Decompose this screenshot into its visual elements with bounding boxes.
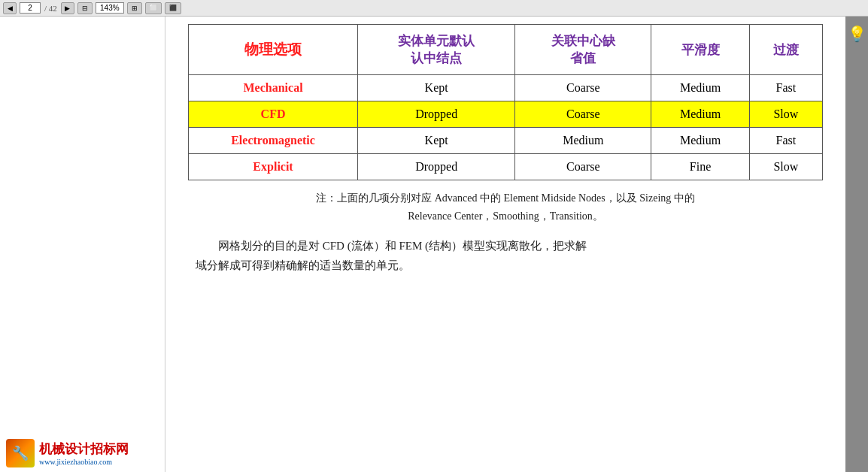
cell-mechanical-label: Mechanical bbox=[189, 75, 358, 101]
table-row-explicit: Explicit Dropped Coarse Fine Slow bbox=[189, 154, 823, 180]
header-solid-nodes: 实体单元默认认中结点 bbox=[358, 25, 515, 75]
header-transition: 过渡 bbox=[749, 25, 822, 75]
page-number-input[interactable] bbox=[20, 2, 41, 14]
cell-explicit-transition: Slow bbox=[749, 154, 822, 180]
notes-line1: 注：上面的几项分别对应 Advanced 中的 Element Midside … bbox=[316, 192, 695, 204]
left-margin: 🔧 机械设计招标网 www.jixiezhaobiao.com bbox=[0, 17, 165, 472]
cell-electromagnetic-center: Medium bbox=[515, 128, 651, 154]
cell-electromagnetic-smoothing: Medium bbox=[651, 128, 749, 154]
next-page-button[interactable]: ▶ bbox=[61, 2, 74, 14]
cell-electromagnetic-transition: Fast bbox=[749, 128, 822, 154]
cell-cfd-transition: Slow bbox=[749, 101, 822, 128]
cell-mechanical-smoothing: Medium bbox=[651, 75, 749, 101]
physics-table: 物理选项 实体单元默认认中结点 关联中心缺省值 平滑度 过渡 Mechanica… bbox=[188, 24, 823, 180]
cell-cfd-smoothing: Medium bbox=[651, 101, 749, 128]
cell-electromagnetic-nodes: Kept bbox=[358, 128, 515, 154]
cell-cfd-nodes: Dropped bbox=[358, 101, 515, 128]
zoom-input[interactable] bbox=[96, 2, 124, 14]
body-text-line1: 网格划分的目的是对 CFD (流体）和 FEM (结构）模型实现离散化，把求解 bbox=[218, 240, 587, 252]
logo-text-main: 机械设计招标网 bbox=[39, 440, 129, 458]
body-text-line2: 域分解成可得到精确解的适当数量的单元。 bbox=[196, 259, 410, 271]
table-row-electromagnetic: Electromagnetic Kept Medium Medium Fast bbox=[189, 128, 823, 154]
logo-text-sub: www.jixiezhaobiao.com bbox=[39, 458, 129, 466]
lightbulb-icon: 💡 bbox=[847, 23, 866, 45]
right-sidebar: 💡 bbox=[845, 17, 868, 472]
cell-electromagnetic-label: Electromagnetic bbox=[189, 128, 358, 154]
prev-page-button[interactable]: ◀ bbox=[3, 2, 17, 14]
logo-area: 🔧 机械设计招标网 www.jixiezhaobiao.com bbox=[0, 434, 165, 472]
cell-cfd-center: Coarse bbox=[515, 101, 651, 128]
header-physics: 物理选项 bbox=[189, 25, 358, 75]
logo-icon: 🔧 bbox=[6, 439, 35, 467]
cell-mechanical-nodes: Kept bbox=[358, 75, 515, 101]
cell-explicit-center: Coarse bbox=[515, 154, 651, 180]
cell-cfd-label: CFD bbox=[189, 101, 358, 128]
body-text: 网格划分的目的是对 CFD (流体）和 FEM (结构）模型实现离散化，把求解 … bbox=[188, 236, 823, 276]
page-content: 物理选项 实体单元默认认中结点 关联中心缺省值 平滑度 过渡 Mechanica… bbox=[165, 17, 845, 472]
page-total: / 42 bbox=[44, 4, 57, 13]
notes-line2: Relevance Center，Smoothing，Transition。 bbox=[408, 210, 603, 222]
fit-width-button[interactable]: ⬛ bbox=[165, 2, 181, 14]
table-header-row: 物理选项 实体单元默认认中结点 关联中心缺省值 平滑度 过渡 bbox=[189, 25, 823, 75]
cell-mechanical-transition: Fast bbox=[749, 75, 822, 101]
header-relevance-center: 关联中心缺省值 bbox=[515, 25, 651, 75]
toolbar: ◀ / 42 ▶ ⊟ ⊞ ⬜ ⬛ bbox=[0, 0, 868, 17]
main-content: 🔧 机械设计招标网 www.jixiezhaobiao.com 物理选项 实体单… bbox=[0, 17, 868, 472]
cell-mechanical-center: Coarse bbox=[515, 75, 651, 101]
table-row-mechanical: Mechanical Kept Coarse Medium Fast bbox=[189, 75, 823, 101]
table-row-cfd: CFD Dropped Coarse Medium Slow bbox=[189, 101, 823, 128]
cell-explicit-nodes: Dropped bbox=[358, 154, 515, 180]
cell-explicit-smoothing: Fine bbox=[651, 154, 749, 180]
header-smoothing: 平滑度 bbox=[651, 25, 749, 75]
zoom-in-button[interactable]: ⊞ bbox=[127, 2, 142, 14]
fit-page-button[interactable]: ⬜ bbox=[145, 2, 162, 14]
cell-explicit-label: Explicit bbox=[189, 154, 358, 180]
notes-section: 注：上面的几项分别对应 Advanced 中的 Element Midside … bbox=[188, 189, 823, 225]
zoom-out-button[interactable]: ⊟ bbox=[77, 2, 93, 14]
